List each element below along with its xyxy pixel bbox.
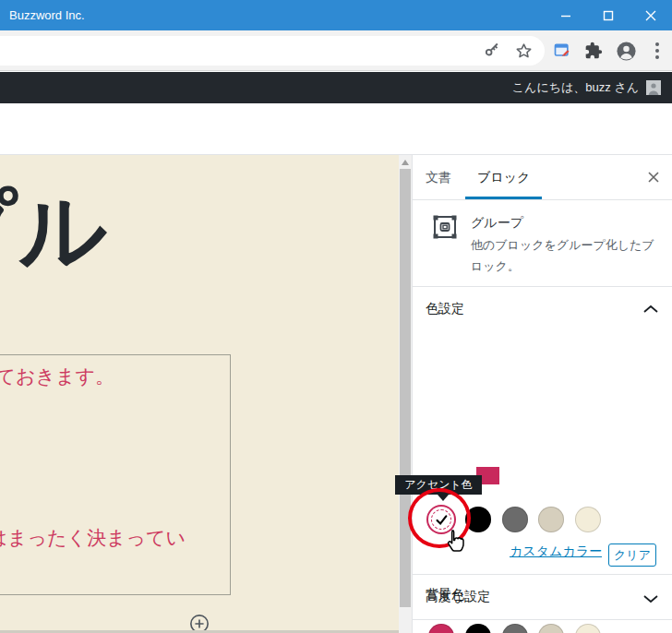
swatch-black[interactable]	[465, 624, 491, 633]
swatch-tan[interactable]	[538, 624, 564, 633]
extension-page-edit-icon[interactable]	[553, 42, 571, 60]
browser-menu-icon[interactable]	[650, 38, 665, 64]
wp-admin-bar: こんにちは、buzz さん	[0, 72, 672, 103]
bookmark-star-icon[interactable]	[514, 42, 534, 61]
active-tab-underline	[465, 197, 542, 199]
profile-avatar-icon[interactable]	[616, 41, 637, 62]
minimize-button[interactable]	[545, 0, 587, 30]
block-info-card: グループ 他のブロックをグループ化したブロック。	[413, 200, 672, 287]
chevron-down-icon[interactable]	[642, 593, 659, 604]
settings-sidebar: 文書 ブロック グループ 他のブロックをグループ化したブロック。 色設定	[412, 155, 672, 633]
paragraph-text-line[interactable]: 的にはまったく決まってい	[0, 525, 186, 551]
tooltip-arrow	[438, 495, 449, 501]
swatch-gray[interactable]	[502, 624, 528, 633]
maximize-button[interactable]	[587, 0, 630, 30]
tab-block[interactable]: ブロック	[477, 170, 530, 186]
scrollbar-thumb[interactable]	[400, 169, 411, 607]
check-icon	[434, 512, 449, 527]
group-block-outline[interactable]: 書いておきます。 的にはまったく決まってい	[0, 354, 231, 595]
advanced-settings-title[interactable]: 高度な設定	[426, 589, 490, 605]
accent-custom-color-link[interactable]: カスタムカラー	[510, 543, 602, 560]
swatch-crimson[interactable]	[428, 624, 454, 633]
close-icon	[645, 10, 656, 21]
scrollbar-up-arrow[interactable]	[402, 160, 409, 165]
paragraph-text-line[interactable]: 書いておきます。	[0, 364, 114, 389]
swatch-cream[interactable]	[575, 507, 601, 532]
block-name: グループ	[471, 215, 523, 232]
advanced-settings-panel[interactable]: 高度な設定	[413, 574, 672, 620]
sidebar-close-button[interactable]	[644, 168, 663, 186]
close-icon	[647, 171, 660, 184]
tab-document[interactable]: 文書	[426, 170, 451, 186]
accent-color-tooltip: アクセント色	[395, 475, 482, 495]
swatch-gray[interactable]	[502, 507, 528, 532]
group-block-icon	[431, 213, 459, 241]
editor-header: 下書き保存 プレビュー 公開	[0, 103, 672, 155]
extensions-puzzle-icon[interactable]	[584, 42, 603, 60]
app-window: Buzzword Inc. こんに	[0, 0, 672, 633]
color-settings-panel: 色設定 アクセント色 カスタムカラー クリア 背景色	[413, 287, 672, 574]
user-avatar[interactable]	[646, 80, 661, 95]
swatch-black[interactable]	[465, 507, 491, 532]
address-bar[interactable]	[0, 36, 545, 66]
editor-canvas[interactable]: プル 書いておきます。 的にはまったく決まってい	[0, 155, 399, 633]
chevron-up-icon[interactable]	[642, 304, 659, 315]
block-description: 他のブロックをグループ化したブロック。	[471, 235, 663, 278]
user-greeting[interactable]: こんにちは、buzz さん	[512, 79, 639, 96]
canvas-scrollbar[interactable]	[399, 155, 412, 633]
window-title: Buzzword Inc.	[9, 8, 85, 22]
key-icon[interactable]	[483, 42, 501, 60]
window-titlebar: Buzzword Inc.	[0, 0, 672, 30]
post-title-partial[interactable]: プル	[0, 183, 109, 278]
swatch-cream[interactable]	[575, 624, 601, 633]
sidebar-tabs: 文書 ブロック	[413, 155, 672, 200]
browser-toolbar	[0, 30, 672, 71]
maximize-icon	[603, 10, 614, 21]
swatch-tan[interactable]	[538, 507, 564, 532]
accent-clear-button[interactable]: クリア	[608, 543, 656, 567]
minimize-icon	[560, 10, 571, 21]
hand-cursor	[443, 529, 467, 556]
color-settings-title[interactable]: 色設定	[426, 301, 464, 317]
close-button[interactable]	[630, 0, 672, 30]
